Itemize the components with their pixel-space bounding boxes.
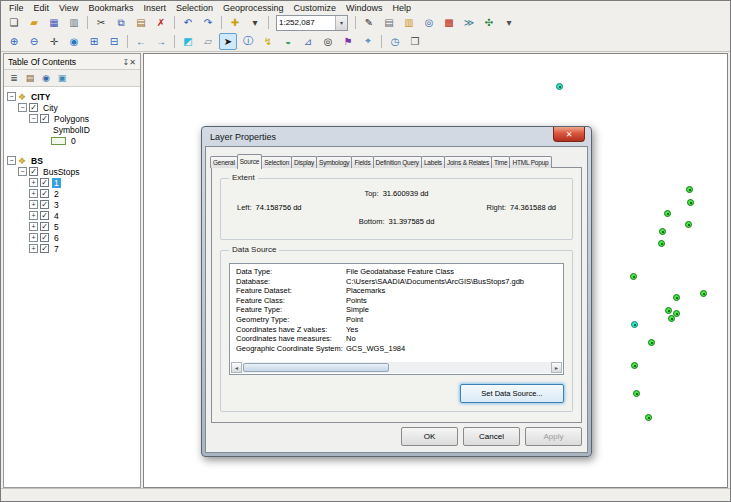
layer-checkbox[interactable]: ✓ xyxy=(40,200,49,209)
save-icon[interactable]: ▦ xyxy=(45,14,63,31)
back-extent-icon[interactable]: ← xyxy=(132,33,150,50)
collapse-icon[interactable]: − xyxy=(18,103,27,112)
set-data-source-button[interactable]: Set Data Source... xyxy=(460,384,564,403)
tab-selection[interactable]: Selection xyxy=(261,156,292,168)
delete-icon[interactable]: ✗ xyxy=(152,14,170,31)
layer-checkbox[interactable]: ✓ xyxy=(40,233,49,242)
tab-time[interactable]: Time xyxy=(491,156,510,168)
model-builder-icon[interactable]: ✣ xyxy=(480,14,498,31)
layer-checkbox[interactable]: ✓ xyxy=(29,167,38,176)
tab-definition-query[interactable]: Definition Query xyxy=(373,156,422,168)
full-extent-icon[interactable]: ◉ xyxy=(65,33,83,50)
pan-icon[interactable]: ✛ xyxy=(45,33,63,50)
time-slider-icon[interactable]: ◷ xyxy=(386,33,404,50)
menu-view[interactable]: View xyxy=(54,2,83,14)
tree-label-2[interactable]: 2 xyxy=(52,189,61,199)
measure-icon[interactable]: ⊿ xyxy=(299,33,317,50)
menu-help[interactable]: Help xyxy=(388,2,417,14)
go-to-xy-icon[interactable]: ⌖ xyxy=(359,33,377,50)
catalog-window-icon[interactable]: ▥ xyxy=(400,14,418,31)
tree-label-6[interactable]: 6 xyxy=(52,233,61,243)
close-icon[interactable]: ✕ xyxy=(129,58,136,67)
menu-bookmarks[interactable]: Bookmarks xyxy=(83,2,138,14)
ok-button[interactable]: OK xyxy=(401,427,458,446)
create-viewer-window-icon[interactable]: ❐ xyxy=(406,33,424,50)
search-window-icon[interactable]: ◎ xyxy=(420,14,438,31)
tree-label-busstops[interactable]: BusStops xyxy=(41,167,81,177)
undo-icon[interactable]: ↶ xyxy=(179,14,197,31)
select-features-icon[interactable]: ◩ xyxy=(179,33,197,50)
expand-icon[interactable]: + xyxy=(29,200,38,209)
find-icon[interactable]: ◎ xyxy=(319,33,337,50)
tree-label-3[interactable]: 3 xyxy=(52,200,61,210)
new-document-icon[interactable]: ❏ xyxy=(5,14,23,31)
expand-icon[interactable]: + xyxy=(29,211,38,220)
open-folder-icon[interactable]: ▰ xyxy=(25,14,43,31)
tree-label-0[interactable]: 0 xyxy=(69,136,78,146)
identify-icon[interactable]: ⓘ xyxy=(239,33,257,50)
list-by-source-icon[interactable]: ▤ xyxy=(23,72,37,85)
expand-icon[interactable]: + xyxy=(29,178,38,187)
print-icon[interactable]: ▥ xyxy=(65,14,83,31)
horizontal-scrollbar[interactable]: ◄ ► xyxy=(231,362,562,373)
cut-icon[interactable]: ✂ xyxy=(92,14,110,31)
layer-checkbox[interactable]: ✓ xyxy=(40,211,49,220)
menu-file[interactable]: File xyxy=(4,2,29,14)
expand-icon[interactable]: + xyxy=(29,189,38,198)
list-by-visibility-icon[interactable]: ◉ xyxy=(39,72,53,85)
tree-label-5[interactable]: 5 xyxy=(52,222,61,232)
tab-html-popup[interactable]: HTML Popup xyxy=(509,156,551,168)
tab-source[interactable]: Source xyxy=(237,154,262,169)
zoom-in-icon[interactable]: ⊕ xyxy=(5,33,23,50)
copy-icon[interactable]: ⧉ xyxy=(112,14,130,31)
expand-icon[interactable]: + xyxy=(29,244,38,253)
add-data-icon[interactable]: ✚ xyxy=(226,14,244,31)
python-window-icon[interactable]: ≫ xyxy=(460,14,478,31)
menu-windows[interactable]: Windows xyxy=(341,2,388,14)
collapse-icon[interactable]: − xyxy=(29,114,38,123)
cancel-button[interactable]: Cancel xyxy=(463,427,520,446)
expand-icon[interactable]: + xyxy=(29,233,38,242)
add-data-dropdown-icon[interactable]: ▾ xyxy=(246,14,264,31)
toc-titlebar[interactable]: Table Of Contents ↧✕ xyxy=(4,54,140,70)
scroll-right-icon[interactable]: ► xyxy=(551,362,562,373)
scale-input[interactable] xyxy=(277,17,335,29)
tree-label-1[interactable]: 1 xyxy=(52,178,61,188)
layer-checkbox[interactable]: ✓ xyxy=(40,189,49,198)
tree-label-city[interactable]: CITY xyxy=(29,92,52,102)
layer-checkbox[interactable]: ✓ xyxy=(29,103,38,112)
tree-label-symbolid[interactable]: SymbolID xyxy=(51,125,92,135)
toolbar-overflow-icon[interactable]: ▾ xyxy=(500,14,518,31)
hyperlink-icon[interactable]: ↯ xyxy=(259,33,277,50)
tree-label-4[interactable]: 4 xyxy=(52,211,61,221)
expand-icon[interactable]: + xyxy=(29,222,38,231)
fixed-zoom-in-icon[interactable]: ⊞ xyxy=(85,33,103,50)
forward-extent-icon[interactable]: → xyxy=(152,33,170,50)
collapse-icon[interactable]: − xyxy=(18,167,27,176)
tab-display[interactable]: Display xyxy=(291,156,317,168)
editor-toolbar-icon[interactable]: ✎ xyxy=(360,14,378,31)
fixed-zoom-out-icon[interactable]: ⊟ xyxy=(105,33,123,50)
menu-geoprocessing[interactable]: Geoprocessing xyxy=(218,2,289,14)
layer-checkbox[interactable]: ✓ xyxy=(40,114,49,123)
tab-joins-relates[interactable]: Joins & Relates xyxy=(444,156,492,168)
arctoolbox-icon[interactable]: ▩ xyxy=(440,14,458,31)
close-icon[interactable]: ✕ xyxy=(553,127,585,142)
redo-icon[interactable]: ↷ xyxy=(199,14,217,31)
menu-edit[interactable]: Edit xyxy=(29,2,55,14)
find-route-icon[interactable]: ⚑ xyxy=(339,33,357,50)
table-of-contents-window-icon[interactable]: ▤ xyxy=(380,14,398,31)
zoom-out-icon[interactable]: ⊖ xyxy=(25,33,43,50)
tree-label-polygons[interactable]: Polygons xyxy=(52,114,91,124)
scale-dropdown-icon[interactable]: ▾ xyxy=(335,16,347,30)
tree-label-bs[interactable]: BS xyxy=(29,156,45,166)
tree-label-7[interactable]: 7 xyxy=(52,244,61,254)
select-elements-icon[interactable]: ➤ xyxy=(219,33,237,50)
tree-label-city[interactable]: City xyxy=(41,103,60,113)
clear-selection-icon[interactable]: ▱ xyxy=(199,33,217,50)
tab-labels[interactable]: Labels xyxy=(421,156,445,168)
layer-checkbox[interactable]: ✓ xyxy=(40,178,49,187)
menu-selection[interactable]: Selection xyxy=(171,2,218,14)
layer-checkbox[interactable]: ✓ xyxy=(40,222,49,231)
menu-insert[interactable]: Insert xyxy=(138,2,171,14)
